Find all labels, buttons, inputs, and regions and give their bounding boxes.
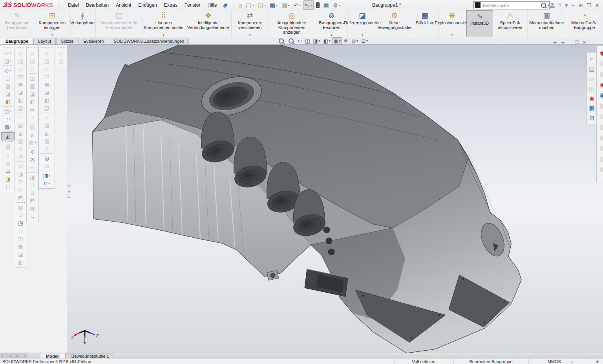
engine-cover-model[interactable] xyxy=(93,45,521,353)
tab-scroll-button-0[interactable]: ⇤ xyxy=(0,353,7,359)
menu-datei[interactable]: Datei xyxy=(64,1,82,9)
cad-tool-icon[interactable]: ◎ xyxy=(27,156,38,164)
design-library-icon[interactable]: ▤ xyxy=(587,64,596,73)
linear-component-pattern-button[interactable]: ⠿Lineares Komponentenmuster▾ xyxy=(143,10,185,37)
cad-tool-icon[interactable]: ▭ xyxy=(2,167,14,175)
show-hidden-components-button[interactable]: ◎Ausgeblendete Komponenten anzeigen xyxy=(269,10,315,37)
view-palette-icon[interactable]: ◫ xyxy=(587,84,596,93)
update-speedpak-button[interactable]: ⚠SpeedPak aktualisieren xyxy=(493,10,528,37)
file-explorer-icon[interactable]: ▱ xyxy=(587,74,596,83)
unit-caret-icon[interactable]: ▴ xyxy=(571,360,573,363)
cad-tool-icon[interactable]: ◎ xyxy=(39,155,54,162)
rebuild-button[interactable] xyxy=(314,0,321,10)
mate-button[interactable]: ∮Verknüpfung xyxy=(69,10,96,37)
forum-icon[interactable]: ⊟ xyxy=(587,113,596,122)
cad-tool-icon[interactable]: ◨▾ xyxy=(39,172,54,179)
save-button[interactable]: ▦▾ xyxy=(268,0,279,10)
file-properties-button[interactable]: ▤ xyxy=(322,0,331,10)
tab-solidworks-zusatzanwendungen[interactable]: SOLIDWORKS Zusatzanwendungen xyxy=(109,38,189,44)
undo-button[interactable]: ↶▾ xyxy=(292,0,302,10)
featuremanager-collapse-tab[interactable]: ◂ xyxy=(67,185,71,198)
zoom-to-area-icon[interactable] xyxy=(287,37,296,45)
dropdown-caret-icon[interactable]: ▾ xyxy=(49,174,50,177)
assembly-features-button[interactable]: ⊚Baugruppen-Features▾ xyxy=(315,10,348,37)
tab-skizze[interactable]: Skizze xyxy=(56,38,78,44)
section-view-icon[interactable]: ◫ xyxy=(304,37,311,45)
home-tab-icon[interactable]: ⌂ xyxy=(587,54,596,64)
tab-layout[interactable]: Layout xyxy=(33,38,56,44)
menu-einfügen[interactable]: Einfügen xyxy=(135,1,160,9)
new-motion-study-button[interactable]: ⚙Neue Bewegungsstudie xyxy=(377,10,412,37)
hide-show-items-icon[interactable]: ◉▾ xyxy=(333,37,342,45)
menu-extras[interactable]: Extras xyxy=(161,1,181,9)
dropdown-caret-icon[interactable]: ▾ xyxy=(356,39,358,43)
view-settings-icon[interactable]: ⊡▾ xyxy=(360,37,369,45)
cad-tool-icon[interactable]: ◇▾ xyxy=(2,67,14,74)
dropdown-caret-icon[interactable]: ▾ xyxy=(10,126,11,129)
tab-scroll-button-1[interactable]: ◂ xyxy=(7,353,14,359)
dropdown-caret-icon[interactable]: ▾ xyxy=(276,4,278,7)
bill-of-materials-button[interactable]: ▦Stückliste xyxy=(412,10,439,37)
search-magnifier-icon[interactable] xyxy=(541,3,546,8)
dropdown-caret-icon[interactable]: ▾ xyxy=(9,69,11,72)
cad-tool-icon[interactable]: ◭ xyxy=(2,133,14,140)
graphics-viewport[interactable]: ◂ X Z ⌂▤▱◫◉▦⊟ ◉◍◍◉◉◍◍◍◍◍◍◍ xyxy=(67,45,603,353)
dropdown-caret-icon[interactable]: ▾ xyxy=(299,4,301,7)
tab-scroll-button-3[interactable]: ⇥ xyxy=(21,353,28,359)
new-document-button[interactable]: ▢▾ xyxy=(245,0,256,10)
dropdown-caret-icon[interactable]: ▾ xyxy=(311,4,312,7)
dropdown-caret-icon[interactable]: ▾ xyxy=(288,4,289,7)
menu-bearbeiten[interactable]: Bearbeiten xyxy=(82,1,112,9)
dropdown-caret-icon[interactable]: ▾ xyxy=(35,141,36,144)
print-button[interactable]: ▥▾ xyxy=(280,0,291,10)
take-snapshot-button[interactable]: ▣Momentaufnahme machen xyxy=(528,10,566,37)
close-icon[interactable]: ✕ xyxy=(594,0,601,10)
tab-evaluieren[interactable]: Evaluieren xyxy=(79,38,109,44)
dropdown-caret-icon[interactable]: ▾ xyxy=(319,39,320,43)
apply-scene-icon[interactable]: ◍▾ xyxy=(350,37,359,45)
previous-view-icon[interactable]: ↩ xyxy=(296,37,303,45)
dropdown-caret-icon[interactable]: ▾ xyxy=(252,4,254,7)
open-button[interactable]: ◱▾ xyxy=(256,0,267,10)
menu-ansicht[interactable]: Ansicht xyxy=(112,1,135,9)
user-icon[interactable] xyxy=(548,0,556,10)
help-icon[interactable]: ? xyxy=(557,0,563,10)
zoom-to-fit-icon[interactable] xyxy=(277,37,286,45)
dropdown-caret-icon[interactable]: ▾ xyxy=(10,110,11,113)
cad-tool-icon[interactable]: ◳▾ xyxy=(2,57,14,65)
display-style-icon[interactable]: ◧▾ xyxy=(322,37,332,45)
custom-properties-icon[interactable]: ▦ xyxy=(587,103,596,113)
tab-modell[interactable]: Modell xyxy=(40,353,66,359)
move-component-button[interactable]: ⇄Komponente verschieben▾ xyxy=(232,10,269,37)
menu-hilfe[interactable]: Hilfe xyxy=(204,1,220,9)
smart-fasteners-button[interactable]: ❖Intelligente Verbindungselemente xyxy=(185,10,232,37)
menu-fenster[interactable]: Fenster xyxy=(181,1,204,9)
cad-tool-icon[interactable]: ◨ xyxy=(2,175,14,183)
tab-baugruppe[interactable]: Baugruppe xyxy=(1,38,33,44)
dropdown-caret-icon[interactable]: ▾ xyxy=(264,4,266,7)
appearance-tool-icon[interactable]: ◉ xyxy=(598,79,603,89)
dropdown-caret-icon[interactable]: ▾ xyxy=(9,118,11,121)
command-search[interactable]: ▾ xyxy=(473,1,550,9)
cad-tool-icon[interactable]: ◳ xyxy=(16,219,26,227)
exploded-view-button[interactable]: ❋Explosionsansicht▾ xyxy=(439,10,466,37)
status-gem-icon[interactable]: ◈ xyxy=(592,359,603,364)
home-button[interactable]: ⌂ xyxy=(237,0,243,10)
view-orientation-icon[interactable]: ◨▾ xyxy=(312,37,321,45)
cad-tool-icon[interactable]: ▧▾ xyxy=(2,123,14,131)
insert-components-button[interactable]: ⊞Komponenten einfügen▾ xyxy=(35,10,69,37)
cad-tool-icon[interactable]: ◧ xyxy=(2,98,14,106)
instant3d-button[interactable]: ⇘Instant3D xyxy=(466,10,493,37)
span-displays-icon[interactable]: ⊞ xyxy=(577,0,585,10)
large-assembly-mode-button[interactable]: ◔Modus Große Baugruppe xyxy=(566,10,603,37)
dropdown-caret-icon[interactable]: ▾ xyxy=(9,52,11,55)
cad-tool-icon[interactable]: ◊ xyxy=(27,148,38,156)
pin-menu-icon[interactable] xyxy=(224,4,227,7)
appearances-icon[interactable]: ◉ xyxy=(587,93,596,103)
search-input[interactable] xyxy=(482,3,540,8)
minimize-icon[interactable]: – xyxy=(570,0,576,10)
dropdown-caret-icon[interactable]: ▾ xyxy=(329,39,331,43)
help-caret-icon[interactable]: ▾ xyxy=(564,0,570,10)
appearance-tool-icon[interactable]: ◉ xyxy=(598,90,603,100)
dropdown-caret-icon[interactable]: ▾ xyxy=(48,182,50,185)
